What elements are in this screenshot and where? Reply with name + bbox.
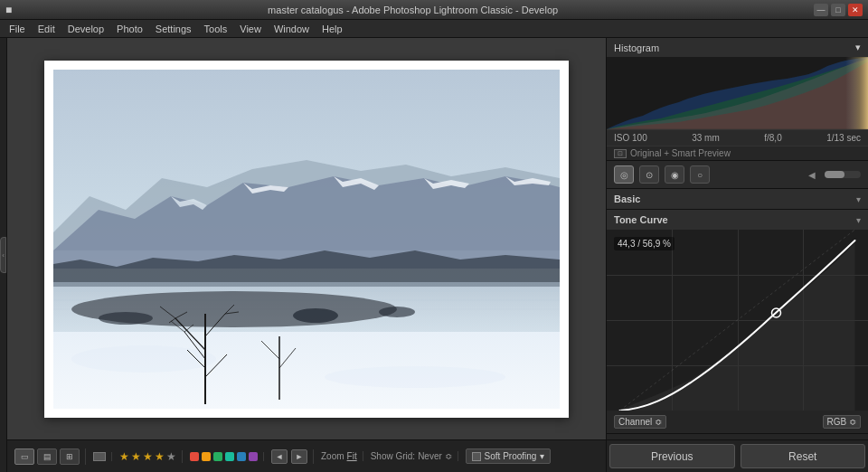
single-view-button[interactable]: ▭ (14, 448, 34, 465)
nav-group: ◄ ► (271, 449, 314, 464)
star-rating[interactable]: ★ ★ ★ ★ ★ (119, 450, 176, 463)
soft-proof-button[interactable]: Soft Proofing ▾ (466, 448, 552, 464)
shutter-value: 1/13 sec (826, 133, 861, 143)
rating-group: ★ ★ ★ ★ ★ (119, 450, 183, 463)
action-buttons: Previous Reset (607, 439, 868, 472)
tone-curve-header[interactable]: Tone Curve ▾ (607, 210, 868, 230)
panels-container[interactable]: Basic ▾ Tone Curve ▾ (607, 189, 868, 439)
heal-tool[interactable]: ◉ (665, 165, 684, 184)
prev-arrow[interactable]: ◄ (271, 449, 288, 464)
menu-window[interactable]: Window (269, 22, 315, 36)
main-layout: ‹ (0, 38, 868, 472)
menu-develop[interactable]: Develop (62, 22, 109, 36)
photo-canvas (53, 70, 560, 409)
color-cyan[interactable] (225, 452, 234, 461)
color-green[interactable] (213, 452, 222, 461)
iso-value: ISO 100 (614, 133, 647, 143)
menu-edit[interactable]: Edit (33, 22, 61, 36)
color-blue[interactable] (237, 452, 246, 461)
photo-area (7, 38, 606, 439)
curve-footer: Channel ≎ RGB ≎ (607, 411, 868, 433)
basic-panel-toggle[interactable]: ▾ (856, 194, 861, 204)
tone-curve-section: Tone Curve ▾ 44,3 / 56,9 % (607, 210, 868, 434)
grid-group: Show Grid: Never ≎ (371, 451, 458, 461)
svg-point-30 (293, 308, 338, 323)
color-labels (190, 452, 258, 461)
photo-frame (44, 61, 569, 418)
reset-button[interactable]: Reset (741, 444, 866, 468)
metadata-bar: ISO 100 33 mm f/8,0 1/13 sec (607, 129, 868, 146)
flag-group (93, 452, 112, 461)
tone-curve-svg (607, 230, 868, 411)
menu-file[interactable]: File (4, 22, 31, 36)
maximize-button[interactable]: □ (831, 4, 845, 16)
loupe-tool[interactable]: ◎ (614, 165, 634, 184)
svg-rect-36 (845, 57, 868, 129)
basic-panel-header[interactable]: Basic ▾ (607, 189, 868, 209)
previous-button[interactable]: Previous (609, 444, 735, 468)
soft-proof-group: Soft Proofing ▾ (466, 448, 557, 464)
star-5[interactable]: ★ (166, 450, 176, 463)
star-1[interactable]: ★ (119, 450, 129, 463)
tone-curve-title: Tone Curve (614, 214, 668, 225)
soft-proof-arrow: ▾ (540, 451, 544, 461)
menu-settings[interactable]: Settings (150, 22, 197, 36)
survey-view-button[interactable]: ⊞ (60, 448, 80, 465)
channel-select[interactable]: Channel ≎ (614, 415, 666, 429)
soft-proof-label: Soft Proofing (485, 451, 537, 461)
zoom-group: Zoom Fit (321, 451, 363, 461)
next-arrow[interactable]: ► (291, 449, 307, 464)
color-yellow[interactable] (202, 452, 211, 461)
view-controls: ◎ ⊙ ◉ ○ ◀ (607, 161, 868, 189)
basic-panel-title: Basic (614, 194, 640, 204)
menubar: FileEditDevelopPhotoSettingsToolsViewWin… (0, 20, 868, 38)
soft-proof-checkbox[interactable] (472, 452, 481, 461)
star-2[interactable]: ★ (131, 450, 141, 463)
color-purple[interactable] (249, 452, 258, 461)
histogram-collapse-icon[interactable]: ▾ (855, 42, 861, 53)
star-4[interactable]: ★ (155, 450, 165, 463)
tone-curve-canvas[interactable]: 44,3 / 56,9 % (607, 230, 868, 411)
right-panel: Histogram ▾ (606, 38, 868, 472)
svg-point-31 (379, 307, 415, 317)
zoom-fit-button[interactable]: Fit (347, 451, 357, 461)
svg-point-14 (71, 345, 216, 373)
focal-value: 33 mm (692, 133, 720, 143)
menu-photo[interactable]: Photo (111, 22, 148, 36)
titlebar: ■ master catalogus - Adobe Photoshop Lig… (0, 0, 868, 20)
rgb-select[interactable]: RGB ≎ (823, 415, 861, 429)
titlebar-title: master catalogus - Adobe Photoshop Light… (268, 5, 558, 15)
nav-arrows: ◄ ► (271, 449, 307, 464)
menu-tools[interactable]: Tools (199, 22, 233, 36)
menu-view[interactable]: View (234, 22, 267, 36)
grid-value[interactable]: Never ≎ (418, 451, 451, 461)
close-button[interactable]: ✕ (848, 4, 863, 16)
aperture-value: f/8,0 (764, 133, 781, 143)
photo-svg (53, 70, 560, 409)
basic-panel: Basic ▾ (607, 189, 868, 210)
svg-point-15 (325, 366, 505, 388)
grid-label: Show Grid: (371, 451, 415, 461)
histogram-header[interactable]: Histogram ▾ (607, 38, 868, 57)
minimize-button[interactable]: — (814, 4, 828, 16)
star-3[interactable]: ★ (143, 450, 153, 463)
titlebar-icon: ■ (5, 4, 12, 16)
flag-button[interactable] (93, 452, 106, 461)
menu-help[interactable]: Help (316, 22, 348, 36)
histogram-svg (607, 57, 868, 129)
bottom-toolbar: ▭ ▤ ⊞ ★ ★ ★ ★ ★ (7, 439, 606, 472)
redeye-tool[interactable]: ○ (690, 165, 710, 184)
left-panel[interactable]: ‹ (0, 38, 7, 472)
window-controls: — □ ✕ (814, 4, 863, 16)
histogram-canvas (607, 57, 868, 129)
preview-text: Original + Smart Preview (630, 148, 731, 158)
tone-curve-toggle[interactable]: ▾ (856, 215, 861, 225)
preview-icon: ⊡ (614, 149, 627, 158)
color-label-group (190, 452, 264, 461)
histogram-title: Histogram (614, 42, 659, 53)
preview-label: ⊡ Original + Smart Preview (607, 146, 868, 160)
crop-tool[interactable]: ⊙ (639, 165, 659, 184)
left-panel-expand[interactable]: ‹ (0, 237, 6, 273)
compare-view-button[interactable]: ▤ (37, 448, 57, 465)
color-red[interactable] (190, 452, 199, 461)
